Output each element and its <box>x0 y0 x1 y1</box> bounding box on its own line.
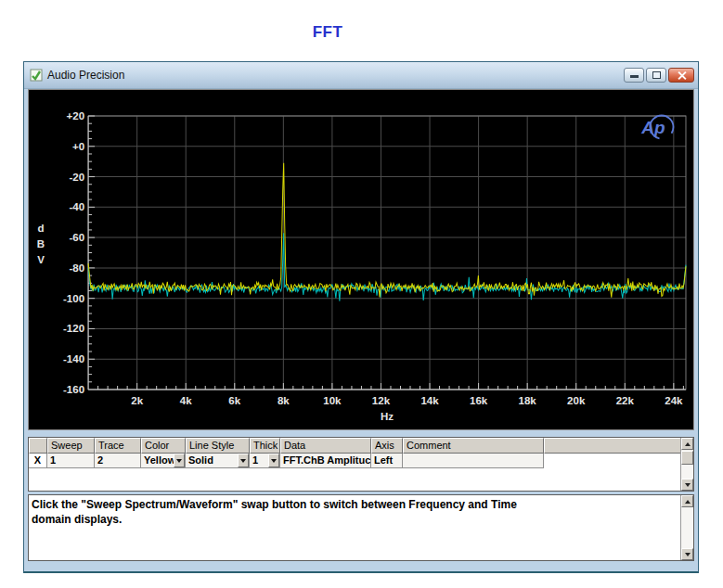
cell-comment <box>403 454 544 468</box>
window-titlebar[interactable]: Audio Precision <box>24 62 698 89</box>
x-tick-label: 4k <box>180 395 192 406</box>
triangle-down-icon <box>685 483 691 487</box>
line-style-value: Solid <box>188 454 213 466</box>
y-tick-label: -80 <box>69 262 84 274</box>
cell-trace: 2 <box>95 454 141 468</box>
y-tick-label: -100 <box>63 293 84 304</box>
trace-2 <box>88 163 686 298</box>
line-style-dropdown[interactable]: Solid <box>186 454 250 468</box>
page-title: FFT <box>0 23 655 42</box>
scroll-down-button[interactable] <box>681 548 693 560</box>
x-tick-label: 12k <box>372 395 391 406</box>
table-header-sweep: Sweep <box>47 438 95 454</box>
minimize-icon <box>630 75 639 78</box>
table-header-color: Color <box>141 438 186 454</box>
app-icon <box>30 69 43 82</box>
scroll-up-button[interactable] <box>681 495 693 507</box>
y-tick-label: +0 <box>72 141 84 152</box>
scrollbar-track[interactable] <box>681 507 693 548</box>
close-button[interactable] <box>668 68 694 83</box>
y-axis-title: d <box>38 223 45 234</box>
y-axis-title: V <box>37 254 45 265</box>
table-header-comment: Comment <box>403 438 544 454</box>
trace-table: Sweep Trace Color Line Style Thick Data … <box>28 437 694 492</box>
window-title: Audio Precision <box>47 69 124 82</box>
y-tick-label: -140 <box>63 353 84 364</box>
table-header-trace: Trace <box>95 438 141 454</box>
y-tick-label: -160 <box>63 384 84 395</box>
y-tick-label: -60 <box>69 232 84 243</box>
scrollbar-track[interactable] <box>681 465 693 479</box>
cell-axis: Left <box>371 454 403 468</box>
table-scrollbar[interactable] <box>680 438 693 491</box>
thick-dropdown-button[interactable] <box>268 454 279 467</box>
window-controls <box>624 68 694 83</box>
y-tick-label: -40 <box>69 201 84 212</box>
fft-chart: 2k4k6k8k10k12k14k16k18k20k22k24k+20+0-20… <box>29 90 693 429</box>
message-scrollbar[interactable] <box>680 495 693 560</box>
x-tick-label: 24k <box>665 395 683 406</box>
fft-plot-panel: 2k4k6k8k10k12k14k16k18k20k22k24k+20+0-20… <box>28 89 694 430</box>
color-dropdown-button[interactable] <box>174 454 185 467</box>
x-tick-label: 6k <box>228 395 240 406</box>
restore-button[interactable] <box>646 68 666 83</box>
chevron-down-icon <box>240 459 246 463</box>
x-tick-label: 16k <box>470 395 488 406</box>
chevron-down-icon <box>271 459 277 463</box>
x-tick-label: 18k <box>519 395 537 406</box>
y-axis-title: B <box>37 238 45 249</box>
x-tick-label: 10k <box>323 395 342 406</box>
table-header-data: Data <box>280 438 371 454</box>
cell-data: FFT.ChB Amplituc <box>280 454 371 468</box>
message-line: domain displays. <box>32 512 677 527</box>
window-content: 2k4k6k8k10k12k14k16k18k20k22k24k+20+0-20… <box>24 89 698 571</box>
scroll-down-button[interactable] <box>681 479 693 491</box>
table-header-thick: Thick <box>250 438 280 454</box>
x-tick-label: 20k <box>567 395 586 406</box>
color-value: Yellow <box>144 454 175 466</box>
table-header-select <box>29 438 47 454</box>
x-tick-label: 8k <box>278 395 290 406</box>
x-tick-label: 2k <box>131 395 143 406</box>
thick-value: 1 <box>252 454 258 466</box>
x-tick-label: 22k <box>616 395 635 406</box>
close-icon <box>677 70 687 81</box>
table-header-line-style: Line Style <box>186 438 250 454</box>
triangle-up-icon <box>685 442 691 446</box>
y-tick-label: -120 <box>63 323 84 334</box>
triangle-down-icon <box>685 553 691 556</box>
message-line: Click the "Sweep Spectrum/Waveform" swap… <box>32 497 677 512</box>
table-header-filler <box>544 438 683 454</box>
y-tick-label: -20 <box>69 172 84 183</box>
table-row: X 1 2 Yellow Solid 1 <box>29 454 683 468</box>
triangle-up-icon <box>685 500 691 504</box>
plot-frame <box>88 116 686 390</box>
y-tick-label: +20 <box>67 110 85 121</box>
scrollbar-thumb[interactable] <box>681 451 693 465</box>
cell-sweep: 1 <box>47 454 95 468</box>
x-tick-label: 14k <box>420 395 439 406</box>
audio-precision-window: Audio Precision 2k4k6k8k10k12k14k16k18k2… <box>23 61 699 573</box>
row-select-checkbox[interactable]: X <box>29 454 47 468</box>
page: FFT Audio Precision 2k4k6 <box>0 0 723 588</box>
color-dropdown[interactable]: Yellow <box>141 454 186 468</box>
restore-icon <box>652 71 661 79</box>
minimize-button[interactable] <box>624 68 644 83</box>
ap-logo: Ap <box>640 118 665 137</box>
table-header-axis: Axis <box>371 438 403 454</box>
line-style-dropdown-button[interactable] <box>238 454 249 467</box>
trace-table-header-row: Sweep Trace Color Line Style Thick Data … <box>29 438 683 454</box>
thick-dropdown[interactable]: 1 <box>250 454 280 468</box>
scroll-up-button[interactable] <box>681 438 693 450</box>
x-axis-title: Hz <box>381 411 394 422</box>
chevron-down-icon <box>176 459 182 463</box>
comment-text-box[interactable]: Click the "Sweep Spectrum/Waveform" swap… <box>28 494 694 561</box>
